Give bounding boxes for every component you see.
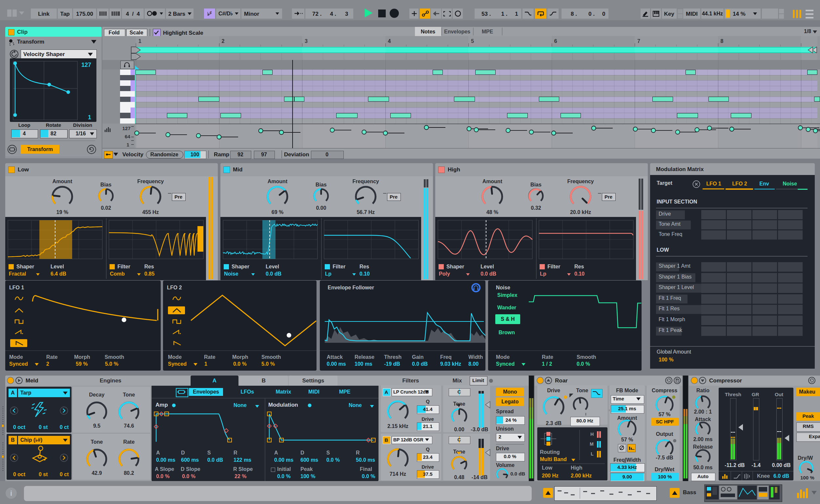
svg-text:127: 127 [81,62,91,68]
svg-text:1: 1 [88,114,91,121]
svg-text:i: i [10,489,12,497]
svg-text:♯: ♯ [210,10,212,15]
